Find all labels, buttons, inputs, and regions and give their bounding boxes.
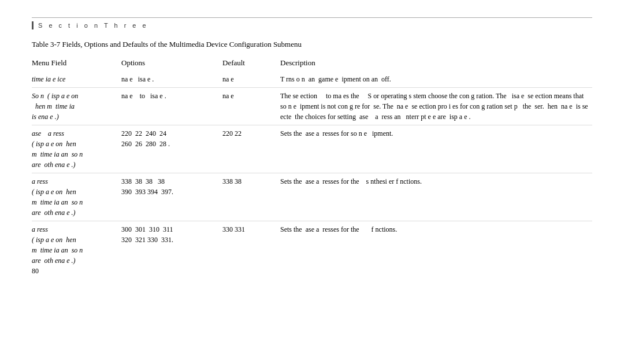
cell-description: The se ection to ma es the S or operatin… — [280, 88, 592, 125]
menu-field-text: a ress ( isp a e on hen m time ia an so … — [32, 225, 83, 265]
cell-menu-field: ase a ress ( isp a e on hen m time ia an… — [32, 125, 121, 173]
cell-default: na e — [222, 88, 280, 125]
table-row: a ress ( isp a e on hen m time ia an so … — [32, 221, 592, 269]
menu-field-text: time ia e ice — [32, 75, 65, 83]
menu-field-text: a ress ( isp a e on hen m time ia an so … — [32, 177, 83, 217]
section-header: S e c t i o n T h r e e — [32, 17, 592, 29]
table-row: a ress ( isp a e on hen m time ia an so … — [32, 173, 592, 221]
table-header-row: Menu Field Options Default Description — [32, 57, 592, 71]
table-title: Table 3-7 Fields, Options and Defaults o… — [32, 40, 592, 49]
cell-description: Sets the ase a resses for the s nthesi e… — [280, 173, 592, 221]
menu-field-text: So n ( isp a e on hen m time ia is ena e… — [32, 92, 78, 121]
cell-description: Sets the ase a resses for the f nctions. — [280, 221, 592, 269]
cell-options: na e to isa e . — [121, 88, 222, 125]
col-header-desc: Description — [280, 57, 592, 71]
menu-field-text: ase a ress ( isp a e on hen m time ia an… — [32, 129, 83, 169]
cell-description: Sets the ase a resses for so n e ipment. — [280, 125, 592, 173]
table-row: time ia e icena e isa e .na eT rns o n a… — [32, 71, 592, 88]
cell-default: 338 38 — [222, 173, 280, 221]
table-row: So n ( isp a e on hen m time ia is ena e… — [32, 88, 592, 125]
table-row: ase a ress ( isp a e on hen m time ia an… — [32, 125, 592, 173]
cell-default: 330 331 — [222, 221, 280, 269]
cell-options: 338 38 38 38 390 393 394 397. — [121, 173, 222, 221]
col-header-options: Options — [121, 57, 222, 71]
cell-menu-field: a ress ( isp a e on hen m time ia an so … — [32, 173, 121, 221]
col-header-default: Default — [222, 57, 280, 71]
cell-default: 220 22 — [222, 125, 280, 173]
cell-options: 300 301 310 311 320 321 330 331. — [121, 221, 222, 269]
cell-menu-field: time ia e ice — [32, 71, 121, 88]
cell-menu-field: So n ( isp a e on hen m time ia is ena e… — [32, 88, 121, 125]
main-table: Menu Field Options Default Description t… — [32, 57, 592, 269]
section-header-text: S e c t i o n T h r e e — [38, 22, 148, 29]
page: S e c t i o n T h r e e Table 3-7 Fields… — [0, 0, 624, 286]
cell-options: na e isa e . — [121, 71, 222, 88]
cell-default: na e — [222, 71, 280, 88]
cell-options: 220 22 240 24 260 26 280 28 . — [121, 125, 222, 173]
page-number: 80 — [32, 267, 39, 276]
col-header-menu: Menu Field — [32, 57, 121, 71]
cell-menu-field: a ress ( isp a e on hen m time ia an so … — [32, 221, 121, 269]
cell-description: T rns o n an game e ipment on an off. — [280, 71, 592, 88]
